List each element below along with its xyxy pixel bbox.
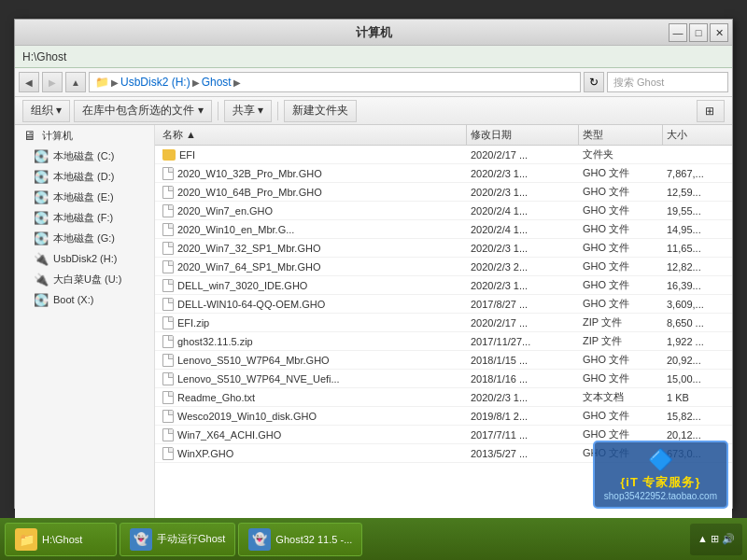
file-type-cell: GHO 文件	[579, 278, 663, 292]
title-bar: 计算机 — □ ✕	[15, 20, 732, 46]
file-name: 2020_Win10_en_Mbr.G...	[177, 224, 294, 235]
table-row[interactable]: EFI.zip 2020/2/17 ... ZIP 文件 8,650 ...	[155, 314, 732, 332]
back-button[interactable]: ◀	[19, 72, 39, 92]
file-date: 2019/8/1 2...	[471, 411, 528, 422]
views-button[interactable]: ⊞	[697, 100, 725, 122]
col-header-type[interactable]: 类型	[579, 125, 663, 145]
file-size-cell: 15,82...	[663, 411, 728, 422]
table-row[interactable]: Readme_Gho.txt 2020/2/3 1... 文本文档 1 KB	[155, 388, 732, 407]
file-size: 15,00...	[667, 373, 701, 385]
refresh-button[interactable]: ↻	[584, 72, 604, 92]
file-type: ZIP 文件	[583, 334, 622, 348]
window-controls: — □ ✕	[669, 23, 728, 42]
table-row[interactable]: DELL_win7_3020_IDE.GHO 2020/2/3 1... GHO…	[155, 276, 732, 295]
taskbar-folder-icon: 📁	[15, 528, 37, 551]
file-date-cell: 2020/2/3 1...	[467, 168, 579, 179]
file-date: 2020/2/3 2...	[471, 261, 528, 273]
table-row[interactable]: EFI 2020/2/17 ... 文件夹	[155, 146, 732, 164]
col-header-size[interactable]: 大小	[663, 125, 728, 145]
sidebar-item-u[interactable]: 🔌 大白菜U盘 (U:)	[15, 269, 154, 289]
file-icon	[162, 447, 174, 460]
screen: 计算机 — □ ✕ H:\Ghost ◀ ▶ ▲ 📁 ▶ UsbDisk2 (H…	[0, 0, 747, 560]
taskbar-btn-ghost32[interactable]: 👻 Ghost32 11.5 -...	[238, 523, 362, 556]
file-date-cell: 2018/1/16 ...	[467, 373, 579, 385]
col-header-date[interactable]: 修改日期	[467, 125, 579, 145]
file-type: 文件夹	[583, 147, 613, 161]
taskbar-btn-manual-ghost[interactable]: 👻 手动运行Ghost	[120, 523, 235, 556]
taskbar-btn-ghost[interactable]: 📁 H:\Ghost	[5, 523, 117, 556]
file-type-cell: GHO 文件	[579, 203, 663, 217]
file-name-cell: 2020_Win7_64_SP1_Mbr.GHO	[159, 260, 467, 273]
up-button[interactable]: ▲	[65, 72, 86, 92]
file-name-cell: 2020_W10_32B_Pro_Mbr.GHO	[159, 167, 467, 180]
file-size: 16,39...	[667, 280, 701, 291]
file-date: 2017/7/11 ...	[471, 429, 528, 441]
drive-u-icon: 🔌	[34, 272, 49, 287]
sidebar-item-d[interactable]: 💽 本地磁盘 (D:)	[15, 166, 154, 187]
close-button[interactable]: ✕	[710, 23, 728, 42]
table-row[interactable]: 2020_Win7_32_SP1_Mbr.GHO 2020/2/3 1... G…	[155, 239, 732, 258]
sidebar-item-c[interactable]: 💽 本地磁盘 (C:)	[15, 146, 154, 166]
file-type: GHO 文件	[583, 166, 629, 180]
file-type-cell: 文本文档	[579, 390, 663, 404]
file-type: ZIP 文件	[583, 315, 622, 329]
folder-icon	[162, 149, 176, 161]
col-header-name[interactable]: 名称 ▲	[159, 125, 467, 145]
sidebar-item-e[interactable]: 💽 本地磁盘 (E:)	[15, 187, 154, 207]
file-date-cell: 2020/2/17 ...	[467, 317, 579, 329]
taskbar-label-ghost: H:\Ghost	[42, 534, 82, 545]
file-size-cell: 19,55...	[663, 205, 728, 217]
file-size-cell: 11,65...	[663, 243, 728, 254]
sidebar-item-label-c: 本地磁盘 (C:)	[53, 149, 114, 163]
file-icon	[162, 167, 174, 180]
breadcrumb-bar: 📁 ▶ UsbDisk2 (H:) ▶ Ghost ▶	[89, 72, 581, 92]
breadcrumb-usbdisk[interactable]: UsbDisk2 (H:)	[120, 76, 190, 89]
file-name: ghost32.11.5.zip	[177, 336, 253, 347]
sidebar-item-computer[interactable]: 🖥 计算机	[15, 125, 154, 146]
table-row[interactable]: 2020_Win10_en_Mbr.G... 2020/2/4 1... GHO…	[155, 220, 732, 239]
breadcrumb-ghost[interactable]: Ghost	[202, 76, 232, 89]
new-folder-button[interactable]: 新建文件夹	[284, 100, 357, 122]
organize-button[interactable]: 组织 ▾	[22, 100, 70, 122]
file-type-cell: GHO 文件	[579, 409, 663, 423]
table-row[interactable]: Wesco2019_Win10_disk.GHO 2019/8/1 2... G…	[155, 407, 732, 426]
breadcrumb-computer[interactable]: 📁	[95, 76, 109, 89]
table-row[interactable]: ghost32.11.5.zip 2017/11/27... ZIP 文件 1,…	[155, 332, 732, 351]
file-type: GHO 文件	[583, 203, 629, 217]
file-icon	[162, 372, 174, 385]
table-row[interactable]: DELL-WIN10-64-QQ-OEM.GHO 2017/8/27 ... G…	[155, 295, 732, 314]
file-type: 文本文档	[583, 390, 624, 404]
file-icon	[162, 186, 174, 199]
minimize-button[interactable]: —	[669, 23, 687, 42]
table-row[interactable]: 2020_W10_64B_Pro_Mbr.GHO 2020/2/3 1... G…	[155, 183, 732, 202]
file-date: 2020/2/3 1...	[471, 392, 528, 403]
file-type-cell: ZIP 文件	[579, 334, 663, 348]
sidebar-item-x[interactable]: 💽 Boot (X:)	[15, 289, 154, 310]
file-size: 14,95...	[667, 224, 701, 235]
sidebar-item-h[interactable]: 🔌 UsbDisk2 (H:)	[15, 248, 154, 269]
file-name: EFI	[179, 149, 195, 161]
address-bar-area: ◀ ▶ ▲ 📁 ▶ UsbDisk2 (H:) ▶ Ghost ▶ ↻ 搜索 G…	[15, 68, 732, 97]
include-library-button[interactable]: 在库中包含所选的文件 ▾	[74, 100, 211, 122]
sidebar-item-label-g: 本地磁盘 (G:)	[53, 231, 115, 245]
location-bar: H:\Ghost	[15, 46, 732, 68]
table-row[interactable]: 2020_W10_32B_Pro_Mbr.GHO 2020/2/3 1... G…	[155, 164, 732, 183]
maximize-button[interactable]: □	[689, 23, 708, 42]
table-row[interactable]: Lenovo_S510_W7P64_Mbr.GHO 2018/1/15 ... …	[155, 351, 732, 370]
file-size-cell: 7,867,...	[663, 168, 728, 179]
file-icon	[162, 242, 174, 255]
file-date: 2018/1/16 ...	[471, 373, 528, 385]
search-box[interactable]: 搜索 Ghost	[607, 72, 728, 92]
forward-button[interactable]: ▶	[42, 72, 63, 92]
file-size: 19,55...	[667, 205, 701, 217]
file-name: DELL-WIN10-64-QQ-OEM.GHO	[177, 299, 325, 310]
file-icon	[162, 223, 174, 236]
sidebar-item-f[interactable]: 💽 本地磁盘 (F:)	[15, 207, 154, 228]
table-row[interactable]: 2020_Win7_64_SP1_Mbr.GHO 2020/2/3 2... G…	[155, 258, 732, 276]
table-row[interactable]: 2020_Win7_en.GHO 2020/2/4 1... GHO 文件 19…	[155, 202, 732, 220]
watermark-url: shop35422952.taobao.com	[604, 491, 717, 501]
file-type-cell: ZIP 文件	[579, 315, 663, 329]
table-row[interactable]: Lenovo_S510_W7P64_NVE_Uefi... 2018/1/16 …	[155, 370, 732, 388]
sidebar-item-g[interactable]: 💽 本地磁盘 (G:)	[15, 228, 154, 248]
share-button[interactable]: 共享 ▾	[224, 100, 272, 122]
